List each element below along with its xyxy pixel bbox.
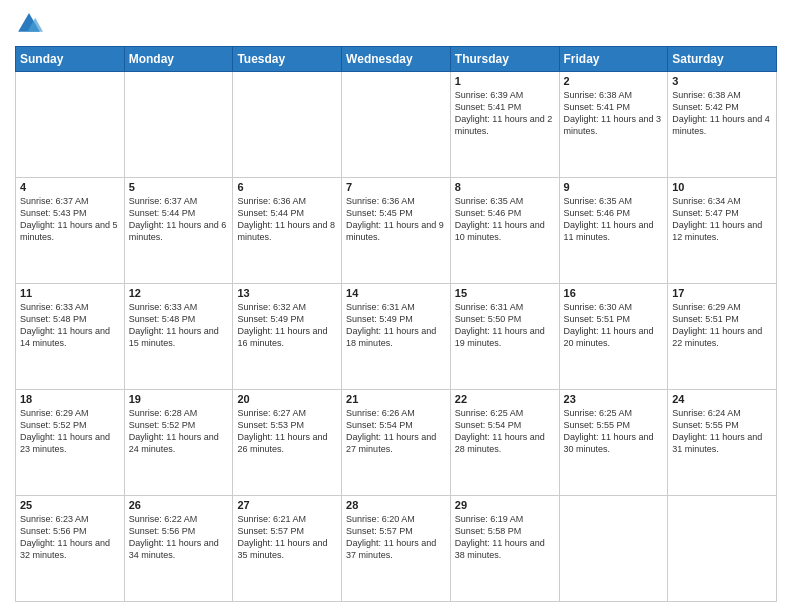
day-info: Sunrise: 6:24 AM Sunset: 5:55 PM Dayligh… — [672, 407, 772, 456]
day-cell: 22Sunrise: 6:25 AM Sunset: 5:54 PM Dayli… — [450, 390, 559, 496]
calendar: SundayMondayTuesdayWednesdayThursdayFrid… — [15, 46, 777, 602]
day-cell: 19Sunrise: 6:28 AM Sunset: 5:52 PM Dayli… — [124, 390, 233, 496]
day-cell: 21Sunrise: 6:26 AM Sunset: 5:54 PM Dayli… — [342, 390, 451, 496]
day-cell: 10Sunrise: 6:34 AM Sunset: 5:47 PM Dayli… — [668, 178, 777, 284]
day-number: 14 — [346, 287, 446, 299]
day-number: 16 — [564, 287, 664, 299]
day-cell: 18Sunrise: 6:29 AM Sunset: 5:52 PM Dayli… — [16, 390, 125, 496]
day-info: Sunrise: 6:36 AM Sunset: 5:45 PM Dayligh… — [346, 195, 446, 244]
day-number: 23 — [564, 393, 664, 405]
day-info: Sunrise: 6:29 AM Sunset: 5:51 PM Dayligh… — [672, 301, 772, 350]
day-cell: 3Sunrise: 6:38 AM Sunset: 5:42 PM Daylig… — [668, 72, 777, 178]
day-info: Sunrise: 6:31 AM Sunset: 5:50 PM Dayligh… — [455, 301, 555, 350]
day-header-thursday: Thursday — [450, 47, 559, 72]
day-info: Sunrise: 6:21 AM Sunset: 5:57 PM Dayligh… — [237, 513, 337, 562]
day-number: 20 — [237, 393, 337, 405]
day-cell — [559, 496, 668, 602]
day-number: 2 — [564, 75, 664, 87]
day-info: Sunrise: 6:33 AM Sunset: 5:48 PM Dayligh… — [129, 301, 229, 350]
day-number: 3 — [672, 75, 772, 87]
day-number: 25 — [20, 499, 120, 511]
day-cell: 7Sunrise: 6:36 AM Sunset: 5:45 PM Daylig… — [342, 178, 451, 284]
day-info: Sunrise: 6:32 AM Sunset: 5:49 PM Dayligh… — [237, 301, 337, 350]
day-number: 21 — [346, 393, 446, 405]
day-cell: 14Sunrise: 6:31 AM Sunset: 5:49 PM Dayli… — [342, 284, 451, 390]
day-info: Sunrise: 6:28 AM Sunset: 5:52 PM Dayligh… — [129, 407, 229, 456]
header — [15, 10, 777, 38]
day-number: 4 — [20, 181, 120, 193]
day-cell: 28Sunrise: 6:20 AM Sunset: 5:57 PM Dayli… — [342, 496, 451, 602]
week-row-4: 18Sunrise: 6:29 AM Sunset: 5:52 PM Dayli… — [16, 390, 777, 496]
day-info: Sunrise: 6:22 AM Sunset: 5:56 PM Dayligh… — [129, 513, 229, 562]
day-info: Sunrise: 6:29 AM Sunset: 5:52 PM Dayligh… — [20, 407, 120, 456]
calendar-body: 1Sunrise: 6:39 AM Sunset: 5:41 PM Daylig… — [16, 72, 777, 602]
day-cell: 24Sunrise: 6:24 AM Sunset: 5:55 PM Dayli… — [668, 390, 777, 496]
day-cell — [233, 72, 342, 178]
day-info: Sunrise: 6:19 AM Sunset: 5:58 PM Dayligh… — [455, 513, 555, 562]
day-number: 11 — [20, 287, 120, 299]
logo-icon — [15, 10, 43, 38]
header-row: SundayMondayTuesdayWednesdayThursdayFrid… — [16, 47, 777, 72]
logo — [15, 10, 47, 38]
day-cell — [16, 72, 125, 178]
page: SundayMondayTuesdayWednesdayThursdayFrid… — [0, 0, 792, 612]
calendar-header: SundayMondayTuesdayWednesdayThursdayFrid… — [16, 47, 777, 72]
week-row-3: 11Sunrise: 6:33 AM Sunset: 5:48 PM Dayli… — [16, 284, 777, 390]
day-info: Sunrise: 6:35 AM Sunset: 5:46 PM Dayligh… — [564, 195, 664, 244]
day-header-tuesday: Tuesday — [233, 47, 342, 72]
day-info: Sunrise: 6:36 AM Sunset: 5:44 PM Dayligh… — [237, 195, 337, 244]
day-number: 13 — [237, 287, 337, 299]
week-row-1: 1Sunrise: 6:39 AM Sunset: 5:41 PM Daylig… — [16, 72, 777, 178]
day-cell: 29Sunrise: 6:19 AM Sunset: 5:58 PM Dayli… — [450, 496, 559, 602]
day-info: Sunrise: 6:23 AM Sunset: 5:56 PM Dayligh… — [20, 513, 120, 562]
day-info: Sunrise: 6:31 AM Sunset: 5:49 PM Dayligh… — [346, 301, 446, 350]
day-number: 29 — [455, 499, 555, 511]
day-cell: 4Sunrise: 6:37 AM Sunset: 5:43 PM Daylig… — [16, 178, 125, 284]
day-header-sunday: Sunday — [16, 47, 125, 72]
day-cell: 6Sunrise: 6:36 AM Sunset: 5:44 PM Daylig… — [233, 178, 342, 284]
day-header-monday: Monday — [124, 47, 233, 72]
day-info: Sunrise: 6:30 AM Sunset: 5:51 PM Dayligh… — [564, 301, 664, 350]
day-cell: 12Sunrise: 6:33 AM Sunset: 5:48 PM Dayli… — [124, 284, 233, 390]
day-info: Sunrise: 6:37 AM Sunset: 5:43 PM Dayligh… — [20, 195, 120, 244]
day-header-wednesday: Wednesday — [342, 47, 451, 72]
day-cell: 25Sunrise: 6:23 AM Sunset: 5:56 PM Dayli… — [16, 496, 125, 602]
day-number: 17 — [672, 287, 772, 299]
day-cell: 8Sunrise: 6:35 AM Sunset: 5:46 PM Daylig… — [450, 178, 559, 284]
day-cell: 1Sunrise: 6:39 AM Sunset: 5:41 PM Daylig… — [450, 72, 559, 178]
day-cell: 9Sunrise: 6:35 AM Sunset: 5:46 PM Daylig… — [559, 178, 668, 284]
day-number: 8 — [455, 181, 555, 193]
day-header-friday: Friday — [559, 47, 668, 72]
day-number: 24 — [672, 393, 772, 405]
day-cell: 17Sunrise: 6:29 AM Sunset: 5:51 PM Dayli… — [668, 284, 777, 390]
day-cell: 2Sunrise: 6:38 AM Sunset: 5:41 PM Daylig… — [559, 72, 668, 178]
day-info: Sunrise: 6:38 AM Sunset: 5:42 PM Dayligh… — [672, 89, 772, 138]
day-number: 10 — [672, 181, 772, 193]
day-number: 5 — [129, 181, 229, 193]
day-number: 1 — [455, 75, 555, 87]
day-number: 6 — [237, 181, 337, 193]
day-info: Sunrise: 6:33 AM Sunset: 5:48 PM Dayligh… — [20, 301, 120, 350]
day-cell — [124, 72, 233, 178]
day-cell — [668, 496, 777, 602]
day-cell: 11Sunrise: 6:33 AM Sunset: 5:48 PM Dayli… — [16, 284, 125, 390]
day-number: 27 — [237, 499, 337, 511]
day-info: Sunrise: 6:39 AM Sunset: 5:41 PM Dayligh… — [455, 89, 555, 138]
week-row-5: 25Sunrise: 6:23 AM Sunset: 5:56 PM Dayli… — [16, 496, 777, 602]
day-cell: 16Sunrise: 6:30 AM Sunset: 5:51 PM Dayli… — [559, 284, 668, 390]
day-number: 19 — [129, 393, 229, 405]
day-header-saturday: Saturday — [668, 47, 777, 72]
day-number: 7 — [346, 181, 446, 193]
day-info: Sunrise: 6:38 AM Sunset: 5:41 PM Dayligh… — [564, 89, 664, 138]
day-cell: 23Sunrise: 6:25 AM Sunset: 5:55 PM Dayli… — [559, 390, 668, 496]
day-info: Sunrise: 6:35 AM Sunset: 5:46 PM Dayligh… — [455, 195, 555, 244]
week-row-2: 4Sunrise: 6:37 AM Sunset: 5:43 PM Daylig… — [16, 178, 777, 284]
day-info: Sunrise: 6:37 AM Sunset: 5:44 PM Dayligh… — [129, 195, 229, 244]
day-cell: 13Sunrise: 6:32 AM Sunset: 5:49 PM Dayli… — [233, 284, 342, 390]
day-cell: 15Sunrise: 6:31 AM Sunset: 5:50 PM Dayli… — [450, 284, 559, 390]
day-cell: 5Sunrise: 6:37 AM Sunset: 5:44 PM Daylig… — [124, 178, 233, 284]
day-info: Sunrise: 6:20 AM Sunset: 5:57 PM Dayligh… — [346, 513, 446, 562]
day-number: 28 — [346, 499, 446, 511]
day-info: Sunrise: 6:25 AM Sunset: 5:54 PM Dayligh… — [455, 407, 555, 456]
day-info: Sunrise: 6:34 AM Sunset: 5:47 PM Dayligh… — [672, 195, 772, 244]
